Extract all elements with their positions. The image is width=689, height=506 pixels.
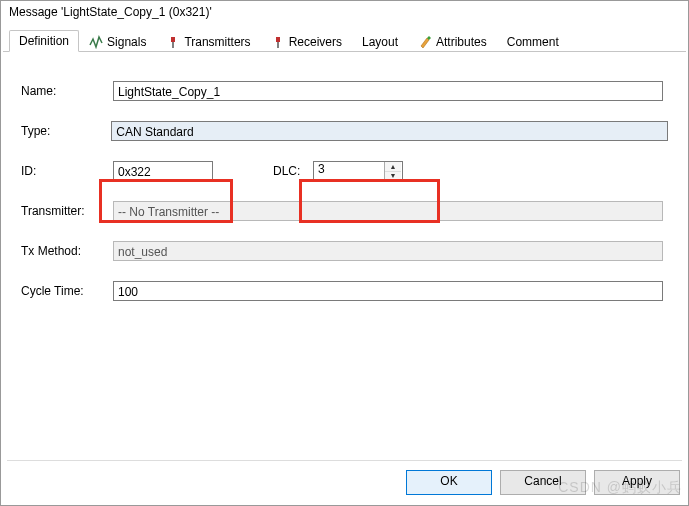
type-dropdown[interactable]: CAN Standard bbox=[111, 121, 668, 141]
attributes-icon bbox=[418, 35, 432, 49]
dlc-spinner-buttons: ▲ ▼ bbox=[384, 162, 401, 180]
txmethod-label: Tx Method: bbox=[21, 244, 113, 258]
svg-rect-2 bbox=[276, 37, 280, 42]
tab-label: Transmitters bbox=[184, 35, 250, 49]
tab-label: Comment bbox=[507, 35, 559, 49]
receivers-icon bbox=[271, 35, 285, 49]
name-field[interactable]: LightState_Copy_1 bbox=[113, 81, 663, 101]
dlc-label: DLC: bbox=[273, 164, 313, 178]
tab-label: Signals bbox=[107, 35, 146, 49]
txmethod-dropdown[interactable]: not_used bbox=[113, 241, 663, 261]
transmitter-label: Transmitter: bbox=[21, 204, 113, 218]
tab-label: Receivers bbox=[289, 35, 342, 49]
type-label: Type: bbox=[21, 124, 111, 138]
tab-label: Attributes bbox=[436, 35, 487, 49]
definition-form: Name: LightState_Copy_1 Type: CAN Standa… bbox=[1, 48, 688, 328]
transmitters-icon bbox=[166, 35, 180, 49]
separator-line bbox=[7, 460, 682, 461]
signals-icon bbox=[89, 35, 103, 49]
dlc-up-button[interactable]: ▲ bbox=[385, 162, 401, 172]
dlc-stepper[interactable]: 3 ▲ ▼ bbox=[313, 161, 403, 181]
dialog-button-bar: OK Cancel Apply bbox=[406, 470, 680, 495]
dlc-down-button[interactable]: ▼ bbox=[385, 172, 401, 181]
tab-label: Definition bbox=[19, 34, 69, 48]
apply-button[interactable]: Apply bbox=[594, 470, 680, 495]
cancel-button[interactable]: Cancel bbox=[500, 470, 586, 495]
id-field[interactable]: 0x322 bbox=[113, 161, 213, 181]
svg-rect-0 bbox=[171, 37, 175, 42]
window-title: Message 'LightState_Copy_1 (0x321)' bbox=[1, 1, 688, 23]
name-label: Name: bbox=[21, 84, 113, 98]
message-dialog: Message 'LightState_Copy_1 (0x321)' Defi… bbox=[0, 0, 689, 506]
id-label: ID: bbox=[21, 164, 113, 178]
tab-label: Layout bbox=[362, 35, 398, 49]
cycletime-field[interactable]: 100 bbox=[113, 281, 663, 301]
ok-button[interactable]: OK bbox=[406, 470, 492, 495]
dlc-value[interactable]: 3 bbox=[314, 162, 384, 180]
tab-definition[interactable]: Definition bbox=[9, 30, 79, 52]
transmitter-dropdown[interactable]: -- No Transmitter -- bbox=[113, 201, 663, 221]
cycletime-label: Cycle Time: bbox=[21, 284, 113, 298]
